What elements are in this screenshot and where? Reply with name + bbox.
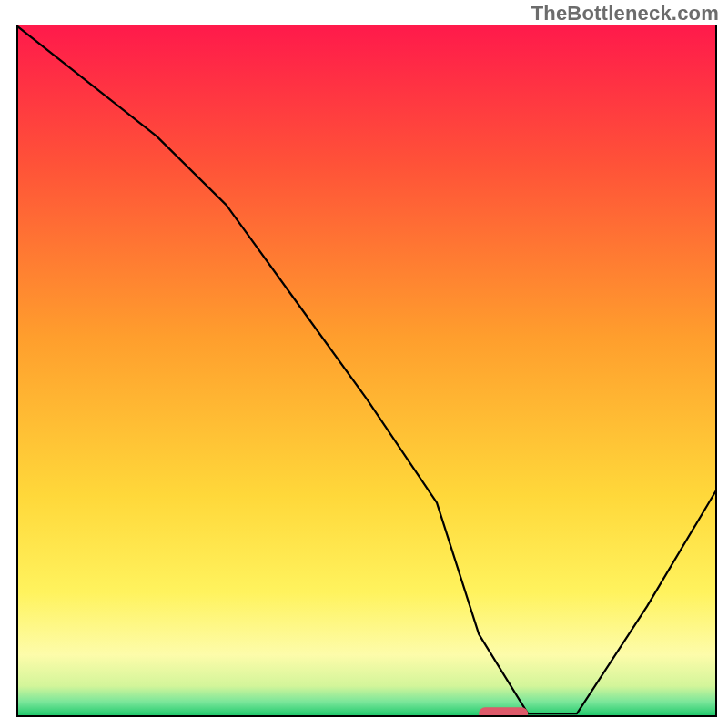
chart-background — [16, 25, 717, 717]
plot-area — [16, 25, 717, 717]
chart-frame: TheBottleneck.com — [0, 0, 728, 728]
watermark-text: TheBottleneck.com — [531, 2, 719, 25]
chart-svg — [16, 25, 717, 717]
